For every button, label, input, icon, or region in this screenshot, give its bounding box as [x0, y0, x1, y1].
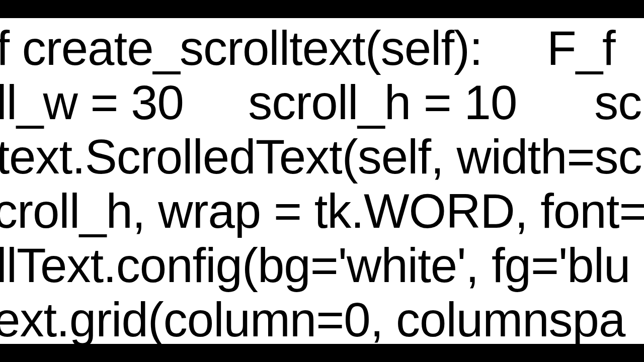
code-viewport: ef create_scrolltext(self): F_f oll_w = …	[0, 18, 644, 344]
code-line: dtext.ScrolledText(self, width=sc	[0, 130, 644, 184]
code-line: oll_w = 30 scroll_h = 10 sc	[0, 75, 644, 130]
code-block: ef create_scrolltext(self): F_f oll_w = …	[0, 21, 644, 347]
code-line: scroll_h, wrap = tk.WORD, font=	[0, 184, 644, 238]
code-line: Text.grid(column=0, columnspa	[0, 293, 644, 347]
code-line: ef create_scrolltext(self): F_f	[0, 21, 644, 75]
code-line: ollText.config(bg='white', fg='blu	[0, 238, 644, 293]
